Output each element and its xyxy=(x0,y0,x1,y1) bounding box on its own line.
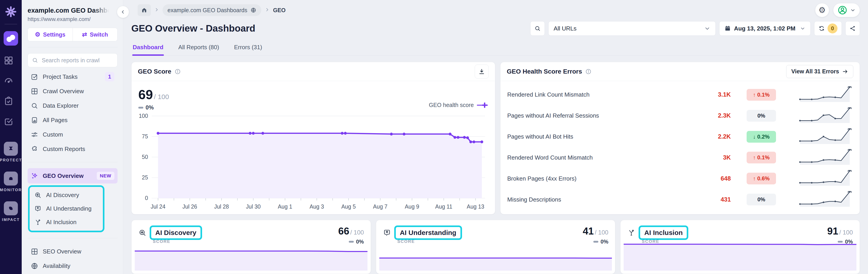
sidebar-collapse-button[interactable] xyxy=(117,6,129,18)
sidebar-item-ai-inclusion[interactable]: AI Inclusion xyxy=(31,215,95,229)
window-grid-icon xyxy=(31,88,38,95)
score-trend-chart xyxy=(379,241,612,271)
sidebar-item-seo-overview[interactable]: SEO Overview xyxy=(28,244,118,259)
refresh-count-badge: 0 xyxy=(828,24,837,33)
main-content: example.com GEO Dashboards GEO ⚙ xyxy=(123,0,868,274)
search-icon xyxy=(31,102,38,109)
window-grid-icon xyxy=(31,248,38,255)
rail-tasks-clipboard[interactable] xyxy=(4,96,13,106)
download-button[interactable] xyxy=(475,65,489,78)
sparkles-icon xyxy=(31,172,38,180)
rail-group-protect[interactable]: PROTECT xyxy=(0,142,22,167)
home-icon xyxy=(141,7,147,13)
rail-apps xyxy=(4,31,18,137)
user-avatar-icon xyxy=(837,5,847,15)
sidebar-item-label: Custom Reports xyxy=(43,145,114,152)
sidebar-item-geo-overview[interactable]: GEO OverviewNEW xyxy=(28,168,118,183)
error-row-pages-without-ai-referral-sessions[interactable]: Pages without AI Referral Sessions2.3K0% xyxy=(507,106,853,125)
funnel-sparkle-icon xyxy=(627,229,636,237)
sidebar-item-crawl-overview[interactable]: Crawl Overview xyxy=(28,84,118,98)
rail-apps-grid[interactable] xyxy=(4,56,13,65)
sidebar-item-ai-discovery[interactable]: AI Discovery xyxy=(31,188,95,202)
check-edit-icon xyxy=(4,116,13,126)
svg-text:Aug 9: Aug 9 xyxy=(405,204,419,210)
globe-icon xyxy=(250,7,256,13)
tab-dashboard[interactable]: Dashboard xyxy=(132,42,164,55)
error-count: 431 xyxy=(699,196,731,203)
sidebar-item-ai-understanding[interactable]: AI Understanding xyxy=(31,202,95,215)
topbar: example.com GEO Dashboards GEO ⚙ xyxy=(131,0,860,20)
sidebar-item-availability[interactable]: Availability xyxy=(28,259,118,273)
rail-monitor-gauge[interactable] xyxy=(4,76,13,86)
error-row-broken-pages-4xx-errors[interactable]: Broken Pages (4xx Errors)648↑ 0.6% xyxy=(507,169,853,188)
score-card-ai-discovery[interactable]: AI DiscoverySCORE66 / 1000% xyxy=(131,220,371,274)
sidebar-item-label: Custom xyxy=(43,131,114,138)
refresh-button[interactable]: 0 xyxy=(814,21,842,36)
rail-group-label: PROTECT xyxy=(0,158,22,163)
sidebar-item-data-explorer[interactable]: Data Explorer xyxy=(28,98,118,113)
score-trend-chart xyxy=(135,241,368,271)
score-value: 91 / 100 xyxy=(827,226,853,237)
legend-marker-icon xyxy=(476,102,488,108)
settings-label: Settings xyxy=(43,31,66,38)
search-input[interactable] xyxy=(41,57,113,64)
page-header: GEO Overview - Dashboard All URLs Aug 13… xyxy=(131,21,860,36)
info-icon[interactable] xyxy=(175,68,181,75)
chat-sparkle-icon xyxy=(34,205,41,212)
score-card-ai-understanding[interactable]: AI UnderstandingSCORE41 / 1000% xyxy=(376,220,616,274)
globe-icon xyxy=(31,262,38,270)
switch-button[interactable]: ⇄ Switch xyxy=(72,28,118,41)
lumar-logo-icon xyxy=(5,6,17,18)
error-name: Rendered Word Count Mismatch xyxy=(507,154,692,161)
svg-text:75: 75 xyxy=(142,133,148,139)
rail-analyze-app[interactable] xyxy=(4,31,18,45)
error-row-rendered-link-count-mismatch[interactable]: Rendered Link Count Mismatch3.1K↑ 0.1% xyxy=(507,85,853,104)
geo-score-chart[interactable]: 0255075100Jul 24Jul 26Jul 28Jul 30Aug 1A… xyxy=(138,112,488,212)
geo-score-change: 0% xyxy=(138,104,169,111)
sidebar-item-all-pages[interactable]: All Pages xyxy=(28,113,118,127)
sidebar-search[interactable] xyxy=(28,53,118,67)
settings-gear-button[interactable]: ⚙ xyxy=(815,3,829,17)
sidebar-item-label: All Pages xyxy=(43,117,114,124)
error-row-pages-without-ai-bot-hits[interactable]: Pages without AI Bot Hits2.2K↓ 0.2% xyxy=(507,127,853,146)
error-row-rendered-word-count-mismatch[interactable]: Rendered Word Count Mismatch3K↑ 0.1% xyxy=(507,148,853,167)
sidebar-item-custom-reports[interactable]: Custom Reports xyxy=(28,142,118,156)
sidebar-item-badge: 1 xyxy=(105,72,114,81)
tab-all-reports-80[interactable]: All Reports (80) xyxy=(178,42,220,55)
svg-text:Jul 24: Jul 24 xyxy=(151,204,165,210)
sidebar-item-custom[interactable]: Custom xyxy=(28,127,118,142)
breadcrumb-project[interactable]: example.com GEO Dashboards xyxy=(162,4,261,16)
geo-score-card: GEO Score 69 / 100 xyxy=(131,62,495,214)
url-filter-select[interactable]: All URLs xyxy=(548,21,716,36)
rail-group-impact[interactable]: IMPACT xyxy=(0,201,22,226)
project-url: https://www.example.com/ xyxy=(28,16,118,22)
error-sparkline xyxy=(799,169,853,188)
divider xyxy=(28,47,118,47)
svg-text:Aug 3: Aug 3 xyxy=(309,204,324,210)
sidebar-item-project-tasks[interactable]: Project Tasks1 xyxy=(28,70,118,84)
account-menu[interactable] xyxy=(833,3,860,17)
date-picker-value: Aug 13, 2025, 1:02 PM xyxy=(734,25,796,32)
sidebar-item-indexability[interactable]: Indexability xyxy=(28,273,118,274)
share-button[interactable] xyxy=(845,21,860,36)
switch-label: Switch xyxy=(90,31,108,38)
rail-group-monitor[interactable]: MONITOR xyxy=(0,172,22,196)
sidebar-item-label: Project Tasks xyxy=(43,73,100,80)
search-button[interactable] xyxy=(530,21,545,36)
gauge-icon xyxy=(4,76,13,86)
sidebar-nav-main: Project Tasks1Crawl OverviewData Explore… xyxy=(28,70,118,156)
change-badge: 0% xyxy=(747,110,776,122)
puzzle-icon xyxy=(31,145,38,153)
error-row-missing-descriptions[interactable]: Missing Descriptions4310% xyxy=(507,190,853,209)
date-picker[interactable]: Aug 13, 2025, 1:02 PM xyxy=(719,21,811,36)
svg-text:Aug 5: Aug 5 xyxy=(341,204,356,210)
tab-errors-31[interactable]: Errors (31) xyxy=(234,42,262,55)
error-sparkline xyxy=(799,190,853,209)
breadcrumb-home[interactable] xyxy=(138,4,151,16)
chevron-down-icon xyxy=(850,7,856,13)
view-all-errors-button[interactable]: View All 31 Errors xyxy=(786,65,853,78)
rail-audit-check[interactable] xyxy=(4,116,13,126)
info-icon[interactable] xyxy=(585,68,592,75)
settings-button[interactable]: ⚙ Settings xyxy=(28,28,72,41)
score-card-ai-inclusion[interactable]: AI InclusionSCORE91 / 1000% xyxy=(620,220,860,274)
